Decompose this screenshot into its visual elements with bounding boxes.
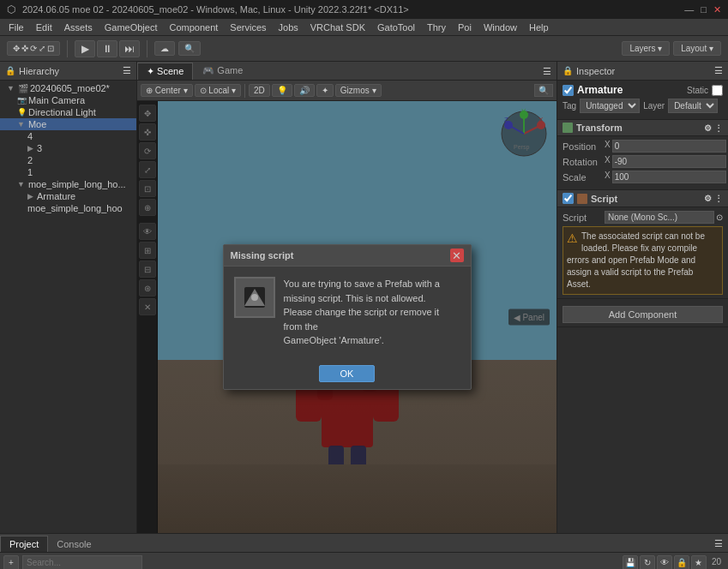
menu-vrchat-sdk[interactable]: VRChat SDK bbox=[305, 21, 370, 34]
search-scene-input[interactable]: 🔍 bbox=[534, 84, 553, 97]
minimize-button[interactable]: — bbox=[684, 4, 694, 15]
scene-menu-icon[interactable]: ☰ bbox=[538, 63, 557, 80]
camera-icon: 📷 bbox=[17, 96, 27, 105]
layout-dropdown[interactable]: Layout ▾ bbox=[673, 41, 721, 56]
item1-label: 1 bbox=[27, 167, 33, 177]
search-btn[interactable]: 🔍 bbox=[178, 41, 201, 56]
transform-section: Transform ⚙ ⋮ Position X Y Z Rotation X bbox=[557, 120, 728, 190]
position-label: Position bbox=[563, 141, 601, 152]
asset-count: 20 bbox=[708, 555, 725, 570]
scene-viewport[interactable]: ◀ Panel ✥ ✜ ⟳ ⤢ ⊡ ⊕ 👁 ⊞ ⊟ ⊛ ✕ bbox=[137, 101, 557, 533]
bottom-menu-icon[interactable]: ☰ bbox=[709, 536, 728, 552]
menu-thry[interactable]: Thry bbox=[422, 21, 451, 34]
lock-asset-btn[interactable]: 🔒 bbox=[674, 555, 689, 570]
menu-help[interactable]: Help bbox=[524, 21, 554, 34]
tab-project[interactable]: Project bbox=[0, 536, 48, 552]
tree-item-scene[interactable]: ▼ 🎬 20240605_moe02* bbox=[0, 82, 136, 94]
tab-scene[interactable]: ✦ Scene bbox=[137, 63, 193, 80]
script-icon bbox=[577, 194, 587, 204]
lighting-btn[interactable]: 💡 bbox=[272, 84, 292, 97]
tree-item-1[interactable]: 1 bbox=[0, 166, 136, 178]
play-button[interactable]: ▶ bbox=[75, 40, 95, 57]
center-btn[interactable]: ⊕ Center ▾ bbox=[141, 84, 193, 97]
scene-toolbar: ⊕ Center ▾ ⊙ Local ▾ 2D 💡 🔊 ✦ Gizmos ▾ 🔍 bbox=[137, 81, 557, 101]
eye-btn[interactable]: 👁 bbox=[657, 555, 672, 570]
position-fields: X Y Z bbox=[605, 140, 728, 153]
add-asset-btn[interactable]: + bbox=[3, 555, 19, 570]
transform-icon bbox=[563, 123, 573, 133]
menu-file[interactable]: File bbox=[3, 21, 29, 34]
star-btn[interactable]: ★ bbox=[691, 555, 707, 570]
static-checkbox[interactable] bbox=[712, 85, 723, 96]
inspector-menu-icon[interactable]: ☰ bbox=[714, 65, 723, 76]
tree-item-moe-simple[interactable]: ▼ moe_simple_long_ho... bbox=[0, 178, 136, 190]
tag-select[interactable]: Untagged bbox=[580, 99, 640, 113]
tree-item-2[interactable]: 2 bbox=[0, 154, 136, 166]
add-component-button[interactable]: Add Component bbox=[563, 306, 723, 323]
tree-item-4[interactable]: 4 bbox=[0, 130, 136, 142]
tree-item-camera[interactable]: 📷 Main Camera bbox=[0, 94, 136, 106]
maximize-button[interactable]: □ bbox=[701, 4, 707, 15]
inspector-lock-icon[interactable]: 🔒 bbox=[563, 66, 573, 75]
gizmos-btn[interactable]: Gizmos ▾ bbox=[335, 84, 382, 97]
game-tab-label: Game bbox=[217, 65, 243, 75]
refresh-btn[interactable]: ↻ bbox=[640, 555, 655, 570]
local-btn[interactable]: ⊙ Local ▾ bbox=[195, 84, 241, 97]
toolbar-sep-2 bbox=[147, 40, 147, 57]
menu-services[interactable]: Services bbox=[225, 21, 271, 34]
rotation-x[interactable] bbox=[612, 155, 726, 168]
tab-game[interactable]: 🎮 Game bbox=[193, 62, 252, 80]
object-active-checkbox[interactable] bbox=[563, 85, 574, 96]
missing-script-dialog: Missing script ✕ You are trying bbox=[223, 244, 472, 390]
menu-poi[interactable]: Poi bbox=[453, 21, 477, 34]
scale-label: Scale bbox=[563, 172, 601, 183]
script-menu-icon[interactable]: ⚙ ⋮ bbox=[704, 194, 723, 203]
collab-btn[interactable]: ☁ bbox=[154, 41, 175, 56]
inspector-tag-layer-row: Tag Untagged Layer Default bbox=[563, 99, 723, 113]
inspector-title: Inspector bbox=[576, 66, 615, 76]
tree-item-light[interactable]: 💡 Directional Light bbox=[0, 106, 136, 118]
layers-dropdown[interactable]: Layers ▾ bbox=[622, 41, 670, 56]
tree-item-moe[interactable]: ▼ Moe bbox=[0, 118, 136, 130]
asset-search-input[interactable] bbox=[22, 555, 142, 570]
script-active-checkbox[interactable] bbox=[563, 193, 574, 204]
menu-window[interactable]: Window bbox=[478, 21, 522, 34]
layer-select[interactable]: Default bbox=[668, 99, 718, 113]
menu-gameobject[interactable]: GameObject bbox=[99, 21, 163, 34]
transform-header: Transform ⚙ ⋮ bbox=[557, 120, 728, 136]
pause-button[interactable]: ⏸ bbox=[97, 40, 117, 57]
dialog-close-button[interactable]: ✕ bbox=[450, 249, 464, 262]
dialog-unity-icon bbox=[234, 277, 275, 318]
effects-btn[interactable]: ✦ bbox=[316, 84, 334, 97]
transform-menu-icon[interactable]: ⚙ ⋮ bbox=[704, 123, 723, 133]
menu-jobs[interactable]: Jobs bbox=[274, 21, 304, 34]
warning-box: ⚠ The associated script can not be loade… bbox=[563, 226, 723, 295]
2d-btn[interactable]: 2D bbox=[249, 84, 270, 97]
tree-item-3[interactable]: ▶ 3 bbox=[0, 142, 136, 154]
object-name: Armature bbox=[577, 84, 683, 96]
dialog-body: You are trying to save a Prefab with a m… bbox=[224, 267, 471, 358]
step-button[interactable]: ⏭ bbox=[119, 40, 140, 57]
hierarchy-lock-icon[interactable]: 🔒 bbox=[5, 66, 15, 75]
menu-gatotool[interactable]: GatoTool bbox=[372, 21, 420, 34]
save-btn[interactable]: 💾 bbox=[623, 555, 638, 570]
menu-component[interactable]: Component bbox=[164, 21, 223, 34]
scale-x[interactable] bbox=[612, 171, 726, 183]
right-toolbar: Layers ▾ Layout ▾ bbox=[622, 41, 721, 56]
position-x[interactable] bbox=[612, 140, 726, 153]
menu-edit[interactable]: Edit bbox=[31, 21, 57, 34]
scene-icon: ✦ bbox=[147, 66, 157, 76]
tree-item-armature[interactable]: ▶ Armature bbox=[0, 190, 136, 202]
tree-item-moe-simple-hoo[interactable]: moe_simple_long_hoo bbox=[0, 202, 136, 214]
hierarchy-menu-icon[interactable]: ☰ bbox=[123, 65, 131, 76]
audio-btn[interactable]: 🔊 bbox=[294, 84, 315, 97]
toolbar-transform-btn[interactable]: ✥✜⟳⤢⊡ bbox=[7, 41, 60, 56]
script-fields: Script None (Mono Sc...) ⊙ ⚠ The associa… bbox=[557, 207, 728, 299]
inspector-object-header: Armature Static Tag Untagged Layer Defau… bbox=[557, 81, 728, 120]
title-bar-controls[interactable]: — □ ✕ bbox=[684, 4, 721, 15]
tab-console[interactable]: Console bbox=[48, 536, 99, 552]
close-button[interactable]: ✕ bbox=[713, 4, 721, 15]
script-select-icon[interactable]: ⊙ bbox=[716, 213, 723, 222]
menu-assets[interactable]: Assets bbox=[59, 21, 98, 34]
dialog-ok-button[interactable]: OK bbox=[319, 365, 376, 382]
